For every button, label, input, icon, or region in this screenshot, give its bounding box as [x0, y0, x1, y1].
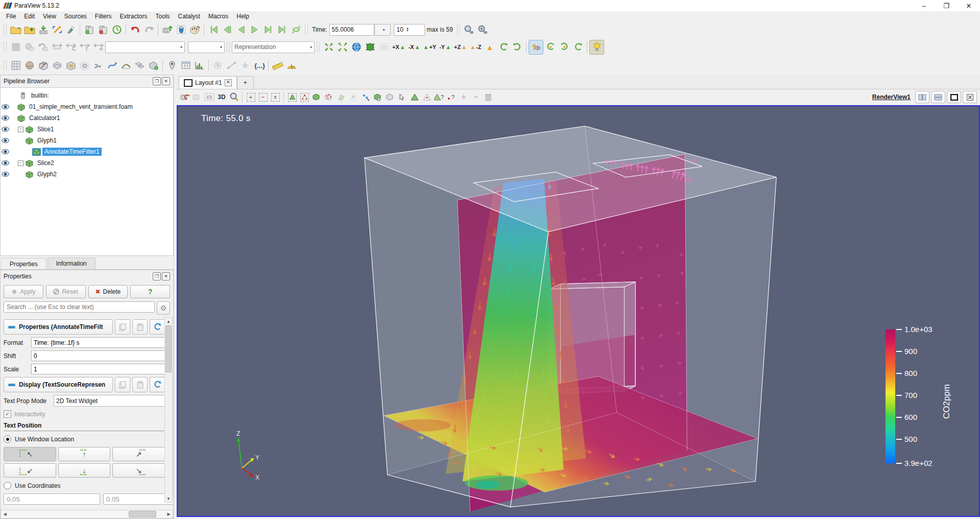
- 3d-scene[interactable]: Z Y X: [178, 106, 979, 517]
- solid-color-button[interactable]: [9, 40, 22, 54]
- paste-properties-button[interactable]: [132, 319, 148, 335]
- group-datasets-filter-button[interactable]: [133, 59, 147, 73]
- position-lower-right-button[interactable]: ↘: [112, 463, 165, 478]
- split-horizontal-button[interactable]: [915, 91, 929, 103]
- camera-minus-z-button[interactable]: ▲-Z: [468, 41, 483, 53]
- extract-selection-button[interactable]: [238, 59, 252, 73]
- frame-spinbox[interactable]: 10 ▲▼: [394, 24, 425, 36]
- select-points-on-button[interactable]: [298, 91, 310, 103]
- split-vertical-button[interactable]: [931, 91, 945, 103]
- reset-display-defaults-button[interactable]: [150, 377, 165, 392]
- position-lower-center-button[interactable]: ↓: [58, 463, 111, 478]
- slice-filter-button[interactable]: [50, 59, 64, 73]
- play-backward-button[interactable]: [234, 23, 248, 37]
- rotate-90-cw-button[interactable]: [496, 40, 510, 54]
- visibility-eye-icon[interactable]: [1, 115, 10, 121]
- apply-button[interactable]: Apply: [4, 285, 43, 298]
- tree-item-builtin[interactable]: builtin:: [1, 90, 173, 101]
- select-block-button[interactable]: [360, 91, 372, 103]
- edit-colormap-button[interactable]: [22, 40, 36, 54]
- section-display-header[interactable]: Display (TextSourceRepresen: [4, 377, 113, 392]
- hover-points-button[interactable]: [409, 91, 421, 103]
- representation-combobox[interactable]: Representation▾: [232, 41, 315, 53]
- disconnect-server-button[interactable]: [96, 23, 110, 37]
- camera-plus-z-button[interactable]: +Z▲: [452, 41, 468, 53]
- toggle-3d-button[interactable]: 3D: [216, 91, 228, 103]
- adjust-camera-button[interactable]: [179, 91, 191, 103]
- camera-plus-y-button[interactable]: ▲+Y: [422, 41, 438, 53]
- play-button[interactable]: [248, 23, 261, 37]
- camera-minus-x-button[interactable]: -X▲: [407, 41, 422, 53]
- tree-item-calculator1[interactable]: Calculator1: [1, 112, 173, 124]
- extract-block-filter-button[interactable]: [147, 59, 160, 73]
- rescale-visible-button[interactable]: [91, 40, 105, 54]
- visibility-eye-icon[interactable]: [1, 172, 10, 177]
- scrollbar-thumb[interactable]: [129, 511, 156, 517]
- rotate-90-ccw-button[interactable]: [510, 40, 524, 54]
- position-lower-left-button[interactable]: ↙: [4, 463, 56, 478]
- tree-item-slice1[interactable]: − Slice1: [1, 124, 173, 135]
- menu-tools[interactable]: Tools: [152, 12, 174, 21]
- close-layout-icon[interactable]: ✕: [225, 79, 232, 86]
- undock-icon[interactable]: ❐: [153, 77, 161, 85]
- tree-item-foam[interactable]: 01_simple_mech_vent_transient.foam: [1, 101, 173, 112]
- menu-help[interactable]: Help: [232, 12, 253, 21]
- add-selection-button[interactable]: +: [245, 91, 257, 103]
- restore-button[interactable]: ❐: [935, 0, 958, 11]
- visibility-eye-icon[interactable]: [1, 138, 10, 143]
- copy-display-button[interactable]: [115, 377, 130, 392]
- plot-over-time-button[interactable]: [211, 59, 225, 73]
- zoom-box-button[interactable]: [228, 91, 240, 103]
- reset-center-button[interactable]: [571, 40, 585, 54]
- scroll-up-icon[interactable]: ▲: [165, 318, 172, 325]
- contour-filter-button[interactable]: [22, 59, 36, 73]
- interactive-select-points-button[interactable]: [384, 91, 396, 103]
- time-dropdown-button[interactable]: ▾: [374, 24, 391, 36]
- search-input[interactable]: [4, 301, 155, 313]
- glyph-filter-button[interactable]: [91, 59, 105, 73]
- select-cells-on-button[interactable]: [286, 91, 298, 103]
- add-layout-tab[interactable]: +: [237, 76, 254, 89]
- tree-item-annotatetimefilter1[interactable]: AnnotateTimeFilter1: [1, 146, 173, 157]
- component-combobox[interactable]: ▾: [188, 41, 225, 53]
- time-annotation[interactable]: Time: 55.0 s: [201, 113, 251, 124]
- interactive-select-cells-button[interactable]: [372, 91, 384, 103]
- zoom-closest-button[interactable]: [363, 40, 377, 54]
- select-cells-through-button[interactable]: [310, 91, 323, 103]
- stream-tracer-filter-button[interactable]: [105, 59, 119, 73]
- loop-button[interactable]: [289, 23, 303, 37]
- reset-defaults-button[interactable]: [150, 319, 165, 335]
- rescale-data-range-button[interactable]: [50, 40, 64, 54]
- camera-link-button[interactable]: [191, 91, 203, 103]
- plot-over-line-button[interactable]: [225, 59, 238, 73]
- reset-camera-button[interactable]: [322, 40, 336, 54]
- use-window-location-radio[interactable]: [4, 435, 11, 443]
- collapse-expander-icon[interactable]: −: [18, 160, 23, 166]
- tab-properties[interactable]: Properties: [1, 258, 46, 270]
- select-frustum-button[interactable]: [421, 91, 433, 103]
- next-frame-button[interactable]: [261, 23, 275, 37]
- clear-selection-button[interactable]: ?: [433, 91, 445, 103]
- rotate-center-2-button[interactable]: [557, 40, 571, 54]
- apply-isometric-view-button[interactable]: ▲: [483, 40, 496, 54]
- probe-location-button[interactable]: [165, 59, 179, 73]
- maximize-view-button[interactable]: [947, 91, 961, 103]
- selection-query-button[interactable]: ?: [445, 91, 458, 103]
- coordinate-x-input[interactable]: [4, 493, 100, 505]
- calculator-filter-button[interactable]: [9, 59, 22, 73]
- visibility-eye-icon[interactable]: [1, 104, 10, 109]
- menu-view[interactable]: View: [39, 12, 60, 21]
- time-value-combobox[interactable]: 55.0006: [329, 24, 374, 36]
- visibility-eye-icon[interactable]: [1, 149, 10, 154]
- interactivity-checkbox[interactable]: ✓: [4, 410, 11, 418]
- warp-filter-button[interactable]: [119, 59, 133, 73]
- auto-apply-button[interactable]: [174, 23, 188, 37]
- camera-minus-y-button[interactable]: -Y▲: [438, 41, 452, 53]
- close-panel-icon[interactable]: ✕: [162, 272, 170, 280]
- properties-horizontal-scrollbar[interactable]: ◀ ▶: [1, 510, 173, 518]
- color-palette-button[interactable]: [188, 23, 202, 37]
- close-button[interactable]: ✕: [958, 0, 980, 11]
- grow-selection-button[interactable]: +: [458, 91, 470, 103]
- close-panel-icon[interactable]: ✕: [162, 77, 170, 85]
- hover-cells-button[interactable]: [396, 91, 409, 103]
